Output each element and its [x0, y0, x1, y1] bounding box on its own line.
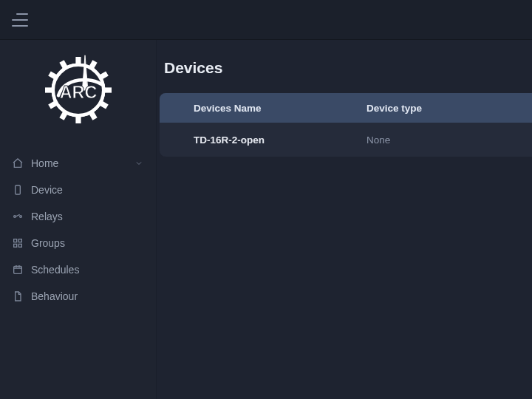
relays-icon [12, 211, 24, 222]
groups-icon [12, 237, 24, 249]
chevron-down-icon [134, 158, 144, 168]
sidebar-item-label: Home [31, 157, 126, 169]
svg-point-16 [14, 216, 16, 218]
sidebar-item-label: Behaviour [31, 290, 144, 302]
svg-rect-20 [14, 244, 17, 247]
devices-table: Devices Name Device type TD-16R-2-open N… [160, 93, 532, 157]
table-header: Devices Name Device type [160, 93, 532, 123]
svg-point-17 [20, 216, 22, 218]
svg-rect-21 [18, 244, 21, 247]
sidebar-item-schedules[interactable]: Schedules [6, 257, 150, 282]
svg-rect-22 [14, 266, 22, 273]
svg-text:ARC: ARC [59, 83, 97, 102]
sidebar-item-label: Groups [31, 237, 144, 249]
main-content: Devices Devices Name Device type TD-16R-… [157, 40, 532, 399]
svg-rect-15 [16, 185, 21, 194]
sidebar-item-label: Device [31, 184, 144, 196]
sidebar-item-groups[interactable]: Groups [6, 231, 150, 256]
table-row[interactable]: TD-16R-2-open None [160, 123, 532, 157]
document-icon [12, 290, 24, 302]
home-icon [12, 157, 24, 169]
cell-device-type: None [366, 134, 532, 146]
top-bar [0, 0, 532, 40]
calendar-icon [12, 264, 24, 276]
device-icon [12, 184, 24, 196]
sidebar: ARC Home Device [0, 40, 157, 399]
menu-toggle-icon[interactable] [12, 13, 28, 27]
sidebar-item-label: Relays [31, 211, 144, 222]
brand-logo: ARC [0, 40, 156, 151]
sidebar-item-label: Schedules [31, 264, 144, 276]
column-header-name: Devices Name [160, 103, 366, 114]
svg-rect-19 [18, 239, 21, 242]
cell-device-name: TD-16R-2-open [160, 134, 366, 146]
sidebar-item-home[interactable]: Home [6, 151, 150, 176]
svg-rect-18 [14, 239, 17, 242]
sidebar-item-relays[interactable]: Relays [6, 204, 150, 229]
sidebar-nav: Home Device Relays [0, 151, 156, 309]
column-header-type: Device type [366, 103, 532, 114]
sidebar-item-behaviour[interactable]: Behaviour [6, 284, 150, 309]
sidebar-item-device[interactable]: Device [6, 177, 150, 202]
page-title: Devices [157, 59, 532, 77]
